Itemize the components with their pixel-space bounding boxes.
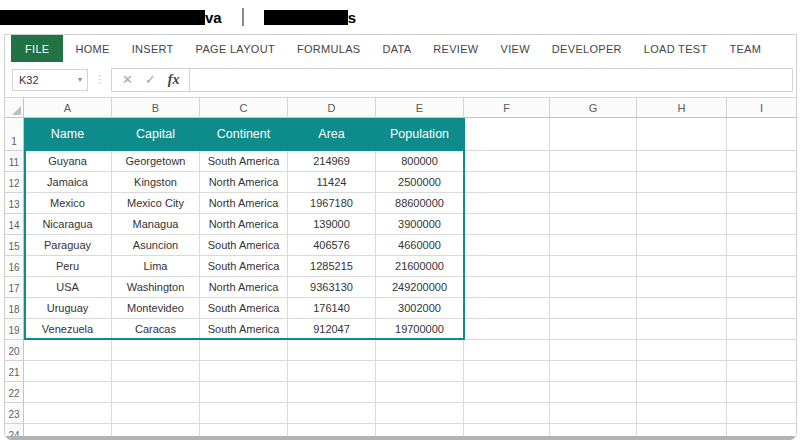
- empty-cell[interactable]: [24, 403, 112, 424]
- cell-E1[interactable]: Population: [376, 118, 464, 151]
- empty-cell[interactable]: [550, 214, 637, 235]
- cell-E19[interactable]: 19700000: [376, 319, 464, 340]
- cell-B11[interactable]: Georgetown: [112, 151, 200, 172]
- empty-cell[interactable]: [288, 361, 376, 382]
- cell-C19[interactable]: South America: [200, 319, 288, 340]
- cell-C18[interactable]: South America: [200, 298, 288, 319]
- empty-cell[interactable]: [550, 256, 637, 277]
- empty-cell[interactable]: [550, 382, 637, 403]
- empty-cell[interactable]: [727, 298, 796, 319]
- cell-C12[interactable]: North America: [200, 172, 288, 193]
- ribbon-tab-home[interactable]: HOME: [73, 35, 111, 62]
- empty-cell[interactable]: [464, 277, 550, 298]
- row-header-11[interactable]: 11: [5, 151, 24, 172]
- empty-cell[interactable]: [464, 319, 550, 340]
- empty-cell[interactable]: [464, 256, 550, 277]
- cell-E16[interactable]: 21600000: [376, 256, 464, 277]
- ribbon-tab-page-layout[interactable]: PAGE LAYOUT: [194, 35, 277, 62]
- column-header-B[interactable]: B: [112, 98, 200, 118]
- empty-cell[interactable]: [727, 151, 796, 172]
- empty-cell[interactable]: [200, 361, 288, 382]
- empty-cell[interactable]: [200, 403, 288, 424]
- cell-E14[interactable]: 3900000: [376, 214, 464, 235]
- empty-cell[interactable]: [112, 382, 200, 403]
- ribbon-tab-view[interactable]: VIEW: [499, 35, 532, 62]
- cell-A18[interactable]: Uruguay: [24, 298, 112, 319]
- row-header-1[interactable]: 1: [5, 118, 24, 151]
- empty-cell[interactable]: [727, 193, 796, 214]
- empty-cell[interactable]: [727, 214, 796, 235]
- empty-cell[interactable]: [727, 319, 796, 340]
- empty-cell[interactable]: [376, 382, 464, 403]
- empty-cell[interactable]: [464, 214, 550, 235]
- cell-B12[interactable]: Kingston: [112, 172, 200, 193]
- cell-D18[interactable]: 176140: [288, 298, 376, 319]
- cell-C1[interactable]: Continent: [200, 118, 288, 151]
- ribbon-tab-formulas[interactable]: FORMULAS: [295, 35, 363, 62]
- empty-cell[interactable]: [637, 193, 727, 214]
- empty-cell[interactable]: [24, 340, 112, 361]
- empty-cell[interactable]: [727, 361, 796, 382]
- empty-cell[interactable]: [550, 340, 637, 361]
- column-header-A[interactable]: A: [24, 98, 112, 118]
- empty-cell[interactable]: [550, 118, 637, 151]
- row-header-19[interactable]: 19: [5, 319, 24, 340]
- empty-cell[interactable]: [637, 403, 727, 424]
- empty-cell[interactable]: [112, 340, 200, 361]
- cell-A17[interactable]: USA: [24, 277, 112, 298]
- empty-cell[interactable]: [464, 403, 550, 424]
- empty-cell[interactable]: [637, 214, 727, 235]
- cell-D12[interactable]: 11424: [288, 172, 376, 193]
- cell-C17[interactable]: North America: [200, 277, 288, 298]
- row-header-14[interactable]: 14: [5, 214, 24, 235]
- empty-cell[interactable]: [464, 361, 550, 382]
- formula-input[interactable]: [190, 68, 793, 92]
- cell-D16[interactable]: 1285215: [288, 256, 376, 277]
- empty-cell[interactable]: [464, 151, 550, 172]
- empty-cell[interactable]: [288, 403, 376, 424]
- empty-cell[interactable]: [637, 340, 727, 361]
- row-header-20[interactable]: 20: [5, 340, 24, 361]
- empty-cell[interactable]: [24, 361, 112, 382]
- empty-cell[interactable]: [727, 340, 796, 361]
- empty-cell[interactable]: [727, 172, 796, 193]
- empty-cell[interactable]: [727, 256, 796, 277]
- cell-D17[interactable]: 9363130: [288, 277, 376, 298]
- ribbon-tab-developer[interactable]: DEVELOPER: [550, 35, 624, 62]
- empty-cell[interactable]: [637, 151, 727, 172]
- cell-A14[interactable]: Nicaragua: [24, 214, 112, 235]
- cell-D1[interactable]: Area: [288, 118, 376, 151]
- cell-B14[interactable]: Managua: [112, 214, 200, 235]
- empty-cell[interactable]: [112, 361, 200, 382]
- empty-cell[interactable]: [464, 118, 550, 151]
- empty-cell[interactable]: [464, 382, 550, 403]
- empty-cell[interactable]: [464, 340, 550, 361]
- empty-cell[interactable]: [464, 235, 550, 256]
- empty-cell[interactable]: [288, 382, 376, 403]
- empty-cell[interactable]: [637, 277, 727, 298]
- cell-C11[interactable]: South America: [200, 151, 288, 172]
- cell-A13[interactable]: Mexico: [24, 193, 112, 214]
- empty-cell[interactable]: [550, 235, 637, 256]
- enter-icon[interactable]: ✓: [145, 72, 156, 87]
- empty-cell[interactable]: [464, 172, 550, 193]
- row-header-13[interactable]: 13: [5, 193, 24, 214]
- cell-B13[interactable]: Mexico City: [112, 193, 200, 214]
- row-header-15[interactable]: 15: [5, 235, 24, 256]
- cell-E17[interactable]: 249200000: [376, 277, 464, 298]
- ribbon-tab-team[interactable]: TEAM: [727, 35, 763, 62]
- empty-cell[interactable]: [637, 298, 727, 319]
- cell-E12[interactable]: 2500000: [376, 172, 464, 193]
- empty-cell[interactable]: [727, 118, 796, 151]
- empty-cell[interactable]: [637, 235, 727, 256]
- empty-cell[interactable]: [550, 403, 637, 424]
- empty-cell[interactable]: [550, 298, 637, 319]
- empty-cell[interactable]: [464, 193, 550, 214]
- cell-E11[interactable]: 800000: [376, 151, 464, 172]
- cell-B16[interactable]: Lima: [112, 256, 200, 277]
- cell-C15[interactable]: South America: [200, 235, 288, 256]
- empty-cell[interactable]: [550, 277, 637, 298]
- cell-D11[interactable]: 214969: [288, 151, 376, 172]
- cell-B18[interactable]: Montevideo: [112, 298, 200, 319]
- row-header-21[interactable]: 21: [5, 361, 24, 382]
